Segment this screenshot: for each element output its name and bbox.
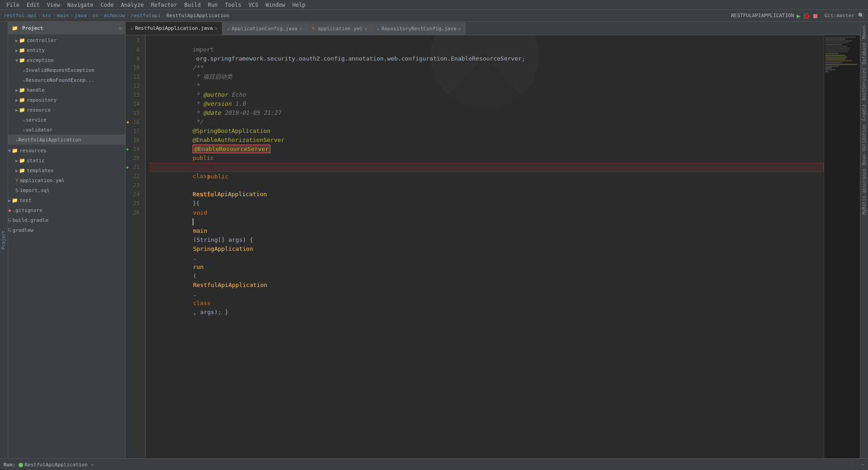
menu-item-build[interactable]: Build bbox=[181, 1, 204, 9]
yaml-icon-app: Y bbox=[15, 178, 19, 183]
menu-item-help[interactable]: Help bbox=[289, 1, 309, 9]
run-panel-minimize[interactable]: − bbox=[861, 462, 864, 468]
tree-item-app-yml[interactable]: Y application.yml bbox=[8, 175, 125, 185]
tab-appyml[interactable]: Y application.yml ✕ bbox=[307, 22, 372, 35]
tab-close-appconfig[interactable]: ✕ bbox=[299, 26, 302, 31]
menu-item-refactor[interactable]: Refactor bbox=[147, 1, 181, 9]
tree-item-repository[interactable]: ▶ 📁 repository bbox=[8, 95, 125, 105]
git-label: Git: bbox=[825, 13, 837, 19]
menu-item-window[interactable]: Window bbox=[262, 1, 288, 9]
run-button[interactable]: ▶ bbox=[797, 12, 800, 19]
tree-label-resource: resource bbox=[27, 107, 51, 113]
restservices-panel-tab[interactable]: RestServices bbox=[861, 66, 868, 102]
menu-item-code[interactable]: Code bbox=[97, 1, 118, 9]
tab-close-repoconfig[interactable]: ✕ bbox=[458, 26, 461, 31]
code-line-23 bbox=[150, 181, 824, 190]
tab-appconfig[interactable]: ☕ ApplicationConfig.java ✕ bbox=[222, 22, 307, 35]
code-line-18: @EnableResourceServer bbox=[150, 136, 824, 145]
tab-close-appyml[interactable]: ✕ bbox=[364, 26, 367, 31]
breadcrumb-java[interactable]: java bbox=[75, 13, 87, 19]
line-num-16: ◆ 16 bbox=[126, 118, 142, 127]
menu-item-vcs[interactable]: VCS bbox=[245, 1, 262, 9]
code-line-26[interactable] bbox=[150, 208, 824, 217]
breadcrumb-main[interactable]: main bbox=[57, 13, 69, 19]
menu-item-tools[interactable]: Tools bbox=[222, 1, 245, 9]
tree-item-import-sql[interactable]: S import.sql bbox=[8, 185, 125, 195]
line-num-9: 9 bbox=[126, 54, 142, 63]
tree-item-entity[interactable]: ▶ 📁 entity bbox=[8, 45, 125, 55]
tree-item-gitignore[interactable]: ◆ .gitignore bbox=[8, 205, 125, 215]
tree-item-invalid[interactable]: ☕ InvalidRequestException bbox=[8, 65, 125, 75]
tree-item-resource[interactable]: ▶ 📁 resource bbox=[8, 105, 125, 115]
line-num-14: 14 bbox=[126, 99, 142, 108]
stop-button[interactable]: ⏹ bbox=[812, 12, 818, 19]
breadcrumb-src[interactable]: src bbox=[42, 13, 51, 19]
menu-item-edit[interactable]: Edit bbox=[23, 1, 43, 9]
maven-panel-tab[interactable]: Maven bbox=[861, 24, 868, 41]
menu-item-navigate[interactable]: Navigate bbox=[64, 1, 97, 9]
folder-icon-entity: 📁 bbox=[19, 47, 25, 53]
menu-item-analyze[interactable]: Analyze bbox=[117, 1, 147, 9]
tab-close-restfulapi[interactable]: ✕ bbox=[215, 26, 217, 31]
database-panel-tab[interactable]: Database bbox=[861, 41, 868, 66]
tree-item-validator[interactable]: ☕ validator bbox=[8, 125, 125, 135]
tree-arrow-resource: ▶ bbox=[15, 108, 18, 113]
tree-item-service[interactable]: ☕ service bbox=[8, 115, 125, 125]
tree-item-handle[interactable]: ▶ 📁 handle bbox=[8, 85, 125, 95]
menu-item-run[interactable]: Run bbox=[204, 1, 222, 9]
tree-label-build-gradle: build.gradle bbox=[13, 217, 48, 223]
project-tab[interactable]: Project bbox=[0, 230, 7, 250]
breadcrumb-project[interactable]: restful-api bbox=[4, 13, 37, 19]
editor-area: ☕ RestfulApiApplication.java ✕ ☕ Applica… bbox=[126, 22, 860, 458]
breadcrumb-class[interactable]: RestfulApiApplication bbox=[166, 13, 229, 19]
code-line-14: * @date 2019-01-05 21:27 bbox=[150, 99, 824, 108]
tree-item-static[interactable]: ▶ 📁 static bbox=[8, 155, 125, 165]
run-panel-header: Run: RestfulApiApplication ✕ ⋮ − bbox=[0, 459, 868, 470]
code-line-25 bbox=[150, 199, 824, 208]
tree-item-main-class[interactable]: ☕ RestfulApiApplication bbox=[8, 135, 125, 145]
tab-restfulapi[interactable]: ☕ RestfulApiApplication.java ✕ bbox=[126, 22, 222, 35]
breadcrumb-echocow[interactable]: echocow bbox=[104, 13, 125, 19]
gradle-panel-tab[interactable]: Gradle bbox=[861, 103, 868, 122]
tab-java-icon-appconfig: ☕ bbox=[227, 26, 230, 32]
debug-button[interactable]: 🐞 bbox=[802, 12, 810, 19]
bean-validation-panel-tab[interactable]: Bean Validation bbox=[861, 122, 868, 167]
breadcrumb-cn[interactable]: cn bbox=[92, 13, 98, 19]
tree-label-templates: templates bbox=[27, 168, 54, 174]
tree-item-templates[interactable]: ▶ 📁 templates bbox=[8, 165, 125, 175]
tree-item-test[interactable]: ▶ 📁 test bbox=[8, 195, 125, 205]
menu-item-file[interactable]: File bbox=[3, 1, 23, 9]
code-editor[interactable]: 7 8 9 10 11 12 13 14 15 ◆ 16 17 18 bbox=[126, 35, 860, 458]
menu-item-view[interactable]: View bbox=[43, 1, 64, 9]
tab-repoconfig[interactable]: ☕ RepositoryRestConfig.java ✕ bbox=[372, 22, 466, 35]
gutter-run-19[interactable]: ▶ bbox=[127, 145, 129, 154]
tree-arrow-handle: ▶ bbox=[15, 88, 18, 93]
search-icon[interactable]: 🔍 bbox=[858, 13, 864, 19]
git-icon: ◆ bbox=[8, 207, 11, 213]
line-num-10: 10 bbox=[126, 63, 142, 72]
folder-icon-resource: 📁 bbox=[19, 107, 25, 113]
line-num-20: 20 bbox=[126, 154, 142, 163]
tree-item-build-gradle[interactable]: G build.gradle bbox=[8, 215, 125, 225]
tab-java-icon-repoconfig: ☕ bbox=[377, 26, 380, 32]
run-tab-close[interactable]: ✕ bbox=[91, 462, 94, 467]
tab-label-repoconfig: RepositoryRestConfig.java bbox=[382, 26, 457, 32]
tree-item-exception[interactable]: ▼ 📁 exception bbox=[8, 55, 125, 65]
code-line-10: * 项目启动类 bbox=[150, 63, 824, 72]
run-panel-dots[interactable]: ⋮ bbox=[850, 462, 855, 468]
gutter-bookmark-16: ◆ bbox=[127, 118, 129, 127]
breadcrumb-restfulapi[interactable]: restfulapi bbox=[131, 13, 160, 19]
line-numbers: 7 8 9 10 11 12 13 14 15 ◆ 16 17 18 bbox=[126, 35, 146, 458]
code-content[interactable]: import org.springframework.security.oaut… bbox=[146, 35, 824, 458]
tree-item-resources-folder[interactable]: ▼ 📁 resources bbox=[8, 146, 125, 155]
tree-item-controller[interactable]: ▶ 📁 controller bbox=[8, 35, 125, 45]
tree-item-gradlew[interactable]: G gradlew bbox=[8, 225, 125, 235]
run-tab-main[interactable]: RestfulApiApplication ✕ bbox=[19, 462, 94, 468]
tree-item-resourceno[interactable]: ☕ ResourceNoFoundExcep... bbox=[8, 75, 125, 85]
code-line-21: public static void main (String[] args) … bbox=[150, 163, 824, 172]
mybatis-panel-tab[interactable]: MyBatis assurance bbox=[861, 167, 868, 216]
project-settings-icon[interactable]: ⚙ bbox=[118, 25, 122, 31]
text-cursor bbox=[193, 218, 193, 226]
gutter-run-21[interactable]: ▶ bbox=[127, 163, 129, 172]
tree-arrow-resources: ▼ bbox=[8, 148, 11, 153]
